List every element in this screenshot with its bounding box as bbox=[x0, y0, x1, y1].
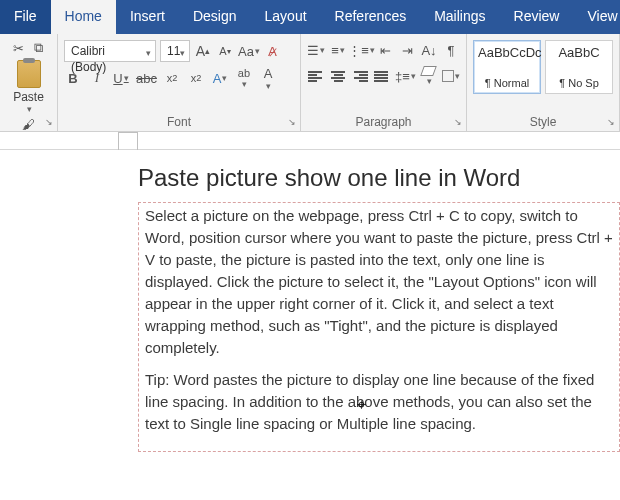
group-label-paragraph[interactable]: Paragraph bbox=[307, 113, 460, 131]
group-label-styles[interactable]: Style bbox=[473, 113, 613, 131]
paste-button[interactable]: Paste ▾ bbox=[6, 60, 51, 114]
tab-home[interactable]: Home bbox=[51, 0, 116, 34]
borders-button[interactable]: ▾ bbox=[442, 66, 460, 86]
format-painter-icon[interactable]: 🖌 bbox=[21, 116, 37, 132]
text-effects-button[interactable]: A▾ bbox=[211, 68, 229, 88]
tab-mailings[interactable]: Mailings bbox=[420, 0, 499, 34]
underline-button[interactable]: U▾ bbox=[112, 68, 130, 88]
sort-button[interactable]: A↓ bbox=[420, 40, 438, 60]
cut-icon[interactable]: ✂ bbox=[11, 40, 27, 56]
ruler[interactable] bbox=[0, 132, 620, 150]
tab-insert[interactable]: Insert bbox=[116, 0, 179, 34]
font-color-button[interactable]: A▾ bbox=[259, 68, 277, 88]
grow-font-button[interactable]: A▴ bbox=[194, 41, 212, 61]
increase-indent-button[interactable]: ⇥ bbox=[398, 40, 416, 60]
group-label-font[interactable]: Font bbox=[64, 113, 294, 131]
doc-title[interactable]: Paste picture show one line in Word bbox=[138, 164, 620, 192]
tab-references[interactable]: References bbox=[321, 0, 421, 34]
tab-review[interactable]: Review bbox=[500, 0, 574, 34]
style-sample: AaBbC bbox=[550, 45, 608, 60]
subscript-button[interactable]: x2 bbox=[163, 68, 181, 88]
group-clipboard: ✂ ⧉ Paste ▾ 🖌 Clipboard bbox=[0, 34, 58, 131]
doc-paragraph-2[interactable]: Tip: Word pastes the picture to display … bbox=[145, 369, 613, 435]
change-case-button[interactable]: Aa▾ bbox=[238, 41, 260, 61]
align-right-button[interactable] bbox=[351, 66, 369, 86]
style-normal[interactable]: AaBbCcDc ¶ Normal bbox=[473, 40, 541, 94]
tab-layout[interactable]: Layout bbox=[251, 0, 321, 34]
shrink-font-button[interactable]: A▾ bbox=[216, 41, 234, 61]
document-area[interactable]: Paste picture show one line in Word Sele… bbox=[0, 150, 620, 500]
style-sample: AaBbCcDc bbox=[478, 45, 536, 60]
group-styles: AaBbCcDc ¶ Normal AaBbC ¶ No Sp Style bbox=[467, 34, 620, 131]
line-spacing-button[interactable]: ‡≡▾ bbox=[395, 66, 416, 86]
tab-file[interactable]: File bbox=[0, 0, 51, 34]
doc-paragraph-1[interactable]: Select a picture on the webpage, press C… bbox=[145, 205, 613, 359]
style-no-spacing[interactable]: AaBbC ¶ No Sp bbox=[545, 40, 613, 94]
strikethrough-button[interactable]: abc bbox=[136, 68, 157, 88]
multilevel-list-button[interactable]: ⋮≡▾ bbox=[351, 40, 372, 60]
show-marks-button[interactable]: ¶ bbox=[442, 40, 460, 60]
align-center-button[interactable] bbox=[329, 66, 347, 86]
doc-body-selection[interactable]: Select a picture on the webpage, press C… bbox=[138, 202, 620, 452]
superscript-button[interactable]: x2 bbox=[187, 68, 205, 88]
clear-formatting-button[interactable]: A̷ bbox=[264, 41, 282, 61]
group-paragraph: ☰▾ ≡▾ ⋮≡▾ ⇤ ⇥ A↓ ¶ ‡≡▾ ▾ ▾ Paragraph bbox=[301, 34, 467, 131]
ribbon-tabs: File Home Insert Design Layout Reference… bbox=[0, 0, 620, 34]
tab-view[interactable]: View bbox=[573, 0, 620, 34]
numbering-button[interactable]: ≡▾ bbox=[329, 40, 347, 60]
group-font: Calibri (Body)▾ 11▾ A▴ A▾ Aa▾ A̷ B I U▾ … bbox=[58, 34, 301, 131]
paste-icon bbox=[17, 60, 41, 88]
justify-button[interactable] bbox=[373, 66, 391, 86]
copy-icon[interactable]: ⧉ bbox=[31, 40, 47, 56]
font-size-select[interactable]: 11▾ bbox=[160, 40, 190, 62]
ribbon: ✂ ⧉ Paste ▾ 🖌 Clipboard Calibri (Body)▾ … bbox=[0, 34, 620, 132]
style-name: ¶ No Sp bbox=[550, 77, 608, 89]
highlight-button[interactable]: ab▾ bbox=[235, 68, 253, 88]
style-name: ¶ Normal bbox=[478, 77, 536, 89]
font-name-select[interactable]: Calibri (Body)▾ bbox=[64, 40, 156, 62]
bullets-button[interactable]: ☰▾ bbox=[307, 40, 325, 60]
shading-button[interactable]: ▾ bbox=[420, 66, 438, 86]
paste-label: Paste bbox=[6, 90, 51, 104]
tab-design[interactable]: Design bbox=[179, 0, 251, 34]
decrease-indent-button[interactable]: ⇤ bbox=[376, 40, 394, 60]
align-left-button[interactable] bbox=[307, 66, 325, 86]
